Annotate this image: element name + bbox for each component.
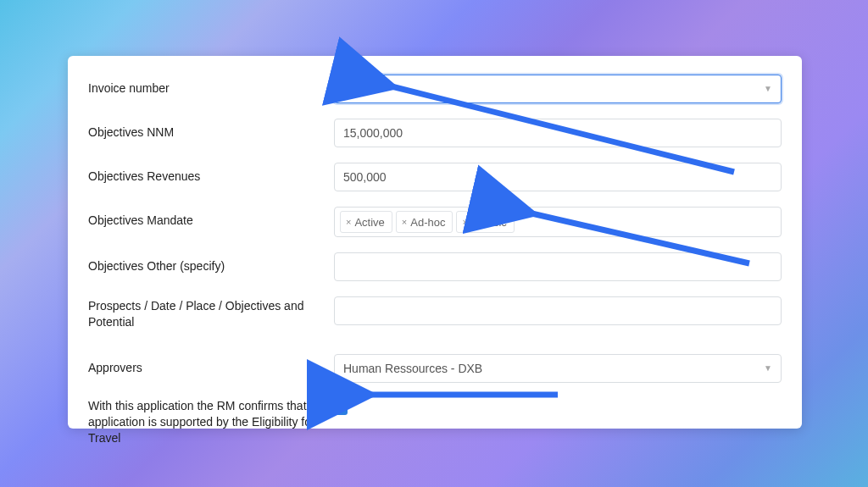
close-icon[interactable]: × bbox=[462, 217, 467, 227]
tag-active[interactable]: ×Active bbox=[340, 211, 392, 233]
label-prospects: Prospects / Date / Place / Objectives an… bbox=[88, 296, 334, 330]
label-objectives-other: Objectives Other (specify) bbox=[88, 252, 334, 281]
label-approvers: Approvers bbox=[88, 354, 334, 383]
invoice-number-select[interactable]: 1121 ▼ bbox=[334, 75, 782, 103]
confirm-checkbox[interactable] bbox=[334, 401, 348, 415]
row-confirm: With this application the RM confirms th… bbox=[88, 398, 782, 446]
objectives-revenues-value: 500,000 bbox=[343, 163, 387, 191]
close-icon[interactable]: × bbox=[402, 217, 407, 227]
tag-adhoc[interactable]: ×Ad-hoc bbox=[396, 211, 453, 233]
label-objectives-nnm: Objectives NNM bbox=[88, 119, 334, 147]
label-invoice-number: Invoice number bbox=[88, 75, 334, 103]
row-objectives-nnm: Objectives NNM 15,000,000 bbox=[88, 119, 782, 147]
approvers-value: Human Ressources - DXB bbox=[343, 355, 482, 382]
check-icon bbox=[336, 403, 346, 413]
objectives-mandate-multiselect[interactable]: ×Active ×Ad-hoc ×Classic bbox=[334, 207, 782, 237]
chevron-down-icon: ▼ bbox=[764, 75, 772, 102]
approvers-select[interactable]: Human Ressources - DXB ▼ bbox=[334, 354, 782, 383]
objectives-other-input[interactable] bbox=[334, 252, 782, 281]
row-prospects: Prospects / Date / Place / Objectives an… bbox=[88, 296, 782, 330]
label-objectives-mandate: Objectives Mandate bbox=[88, 207, 334, 237]
row-objectives-mandate: Objectives Mandate ×Active ×Ad-hoc ×Clas… bbox=[88, 207, 782, 237]
label-objectives-revenues: Objectives Revenues bbox=[88, 163, 334, 191]
label-confirm: With this application the RM confirms th… bbox=[88, 398, 334, 446]
row-objectives-other: Objectives Other (specify) bbox=[88, 252, 782, 281]
prospects-input[interactable] bbox=[334, 296, 782, 325]
objectives-revenues-input[interactable]: 500,000 bbox=[334, 163, 782, 191]
row-approvers: Approvers Human Ressources - DXB ▼ bbox=[88, 354, 782, 383]
row-objectives-revenues: Objectives Revenues 500,000 bbox=[88, 163, 782, 191]
objectives-nnm-input[interactable]: 15,000,000 bbox=[334, 119, 782, 147]
objectives-nnm-value: 15,000,000 bbox=[343, 119, 403, 147]
close-icon[interactable]: × bbox=[346, 217, 351, 227]
tag-classic[interactable]: ×Classic bbox=[456, 211, 514, 233]
invoice-number-value: 1121 bbox=[343, 75, 370, 102]
form-card: Invoice number 1121 ▼ Objectives NNM 15,… bbox=[68, 56, 802, 429]
chevron-down-icon: ▼ bbox=[764, 355, 772, 382]
row-invoice-number: Invoice number 1121 ▼ bbox=[88, 75, 782, 103]
